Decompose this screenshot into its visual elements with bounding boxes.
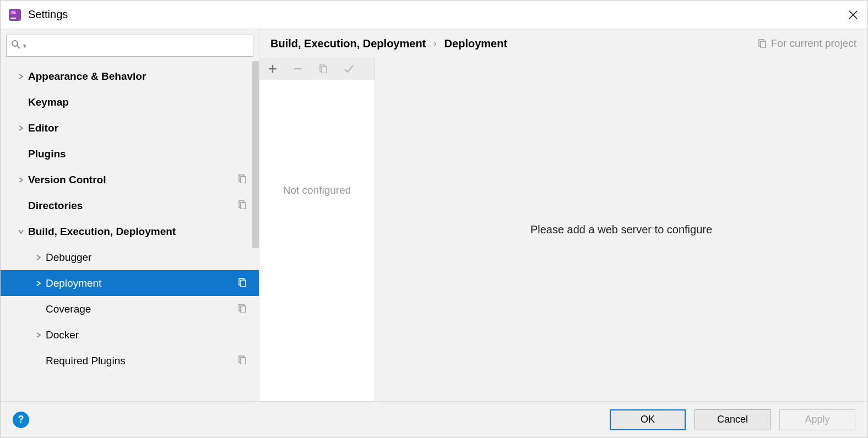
tree-item-required-plugins[interactable]: Required Plugins bbox=[1, 348, 259, 374]
server-panel: Not configured bbox=[259, 58, 375, 401]
scope-label: For current project bbox=[758, 37, 856, 50]
plus-icon bbox=[268, 64, 278, 74]
content-body: Not configured Please add a web server t… bbox=[259, 58, 867, 401]
server-list-empty-text: Not configured bbox=[283, 184, 351, 196]
titlebar: PS Settings bbox=[1, 1, 867, 29]
chevron-down-icon bbox=[14, 229, 28, 234]
svg-rect-19 bbox=[761, 41, 766, 48]
tree-item-label: Directories bbox=[28, 200, 238, 212]
help-icon: ? bbox=[18, 414, 24, 425]
chevron-right-icon: › bbox=[433, 39, 436, 48]
svg-rect-13 bbox=[241, 280, 246, 287]
tree-item-debugger[interactable]: Debugger bbox=[1, 244, 259, 270]
project-scope-icon bbox=[238, 278, 248, 288]
cancel-button[interactable]: Cancel bbox=[695, 409, 771, 430]
tree-item-directories[interactable]: Directories bbox=[1, 193, 259, 218]
chevron-right-icon bbox=[31, 281, 46, 286]
tree-item-build-execution-deployment[interactable]: Build, Execution, Deployment bbox=[1, 218, 259, 244]
footer: ? OK Cancel Apply bbox=[1, 401, 867, 437]
minus-icon bbox=[293, 64, 303, 74]
close-button[interactable] bbox=[845, 7, 861, 23]
project-scope-icon bbox=[758, 39, 767, 48]
tree-item-label: Deployment bbox=[46, 277, 238, 289]
project-scope-icon bbox=[238, 200, 248, 211]
main-area: ▼ Appearance & BehaviorKeymapEditorPlugi… bbox=[1, 29, 867, 401]
tree-item-coverage[interactable]: Coverage bbox=[1, 296, 259, 322]
set-default-button bbox=[343, 63, 354, 74]
svg-rect-11 bbox=[241, 202, 246, 209]
copy-server-button bbox=[318, 64, 329, 73]
tree-item-label: Required Plugins bbox=[46, 355, 238, 367]
check-icon bbox=[343, 63, 354, 74]
breadcrumb-current: Deployment bbox=[444, 37, 507, 50]
project-scope-icon bbox=[238, 355, 248, 366]
sidebar-scrollbar[interactable] bbox=[252, 61, 259, 248]
tree-item-docker[interactable]: Docker bbox=[1, 322, 259, 348]
search-input[interactable] bbox=[31, 41, 248, 51]
breadcrumb-parent[interactable]: Build, Execution, Deployment bbox=[270, 37, 426, 50]
remove-server-button bbox=[292, 64, 303, 74]
svg-rect-9 bbox=[241, 177, 246, 183]
tree-item-editor[interactable]: Editor bbox=[1, 115, 259, 141]
chevron-right-icon bbox=[14, 74, 28, 79]
breadcrumb: Build, Execution, Deployment › Deploymen… bbox=[270, 37, 758, 50]
copy-icon bbox=[319, 64, 328, 73]
server-list: Not configured bbox=[259, 80, 375, 401]
tree-item-label: Editor bbox=[28, 122, 248, 134]
tree-item-label: Debugger bbox=[46, 251, 248, 264]
window-title: Settings bbox=[28, 8, 845, 21]
tree-item-appearance-behavior[interactable]: Appearance & Behavior bbox=[1, 63, 259, 89]
search-box[interactable]: ▼ bbox=[6, 35, 253, 57]
tree-item-label: Docker bbox=[46, 329, 248, 341]
detail-panel: Please add a web server to configure bbox=[375, 58, 867, 401]
tree-item-label: Plugins bbox=[28, 148, 248, 160]
add-server-button[interactable] bbox=[267, 64, 278, 74]
search-icon bbox=[11, 40, 21, 52]
tree-item-keymap[interactable]: Keymap bbox=[1, 89, 259, 115]
tree-item-label: Appearance & Behavior bbox=[28, 70, 248, 83]
app-icon: PS bbox=[7, 7, 23, 23]
content-header: Build, Execution, Deployment › Deploymen… bbox=[259, 29, 867, 58]
chevron-right-icon bbox=[31, 255, 46, 260]
chevron-right-icon bbox=[31, 332, 46, 338]
detail-empty-text: Please add a web server to configure bbox=[530, 223, 712, 236]
tree-item-label: Coverage bbox=[46, 303, 238, 315]
ok-button[interactable]: OK bbox=[610, 409, 686, 430]
close-icon bbox=[848, 10, 858, 20]
search-dropdown-icon[interactable]: ▼ bbox=[22, 43, 28, 49]
settings-tree: Appearance & BehaviorKeymapEditorPlugins… bbox=[1, 60, 259, 401]
svg-line-7 bbox=[17, 46, 20, 48]
svg-rect-3 bbox=[10, 18, 16, 19]
tree-item-version-control[interactable]: Version Control bbox=[1, 167, 259, 193]
tree-item-label: Version Control bbox=[28, 174, 238, 186]
tree-item-label: Build, Execution, Deployment bbox=[28, 226, 248, 238]
tree-item-deployment[interactable]: Deployment bbox=[1, 270, 259, 296]
tree-item-plugins[interactable]: Plugins bbox=[1, 141, 259, 167]
svg-rect-24 bbox=[322, 67, 327, 73]
project-scope-icon bbox=[238, 304, 248, 314]
apply-button: Apply bbox=[779, 409, 855, 430]
svg-rect-17 bbox=[241, 358, 246, 364]
content-panel: Build, Execution, Deployment › Deploymen… bbox=[259, 29, 867, 401]
chevron-right-icon bbox=[14, 125, 28, 131]
help-button[interactable]: ? bbox=[13, 412, 29, 428]
project-scope-icon bbox=[238, 174, 248, 185]
svg-rect-15 bbox=[241, 306, 246, 313]
server-toolbar bbox=[259, 58, 375, 80]
chevron-right-icon bbox=[14, 177, 28, 183]
svg-text:PS: PS bbox=[12, 11, 16, 14]
svg-point-6 bbox=[12, 41, 18, 46]
sidebar: ▼ Appearance & BehaviorKeymapEditorPlugi… bbox=[1, 29, 259, 401]
tree-item-label: Keymap bbox=[28, 96, 248, 108]
